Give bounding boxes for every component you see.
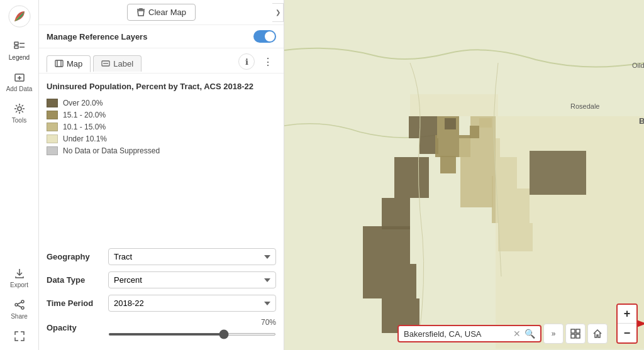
legend-item-1: 15.1 - 20.0% (47, 111, 276, 119)
tab-actions: ℹ ⋮ (238, 53, 276, 73)
tab-bar: Map Label ℹ ⋮ (39, 48, 284, 74)
svg-rect-32 (460, 157, 492, 176)
legend-item-2: 10.1 - 15.0% (47, 123, 276, 131)
tab-map[interactable]: Map (47, 55, 91, 72)
search-icon[interactable]: 🔍 (525, 329, 535, 339)
svg-rect-41 (479, 118, 492, 128)
svg-rect-48 (576, 329, 580, 333)
svg-point-8 (18, 107, 21, 111)
time-period-select[interactable]: 2018-22 2013-17 2008-12 (108, 295, 276, 312)
sidebar-item-legend-label: Legend (9, 54, 30, 61)
more-icon: ⋮ (263, 56, 273, 68)
map-bottom-bar: ✕ 🔍 » (397, 324, 608, 344)
opacity-slider[interactable] (108, 333, 276, 336)
svg-rect-50 (576, 334, 580, 338)
svg-rect-18 (409, 116, 437, 138)
svg-line-12 (18, 302, 21, 304)
tab-map-label: Map (67, 59, 82, 68)
grid-icon (570, 329, 580, 339)
svg-rect-23 (363, 264, 416, 298)
legend-title: Uninsured Population, Percent by Tract, … (47, 81, 276, 92)
svg-rect-42 (530, 151, 561, 195)
label-icon (101, 59, 110, 68)
svg-rect-1 (14, 42, 18, 45)
data-type-label: Data Type (47, 275, 103, 285)
svg-rect-38 (410, 94, 498, 116)
legend-color-4 (47, 146, 58, 155)
collapse-panel-button[interactable]: ❯ (272, 3, 284, 22)
sidebar-item-tools[interactable]: Tools (0, 97, 38, 129)
legend-label-4: No Data or Data Suppressed (63, 146, 160, 155)
map-area[interactable]: Oildale Rosedale Bakersfield KERN Lamont… (284, 0, 644, 350)
more-options-button[interactable]: ⋮ (260, 53, 276, 70)
opacity-control: Opacity 70% (47, 318, 276, 337)
home-icon (592, 329, 602, 339)
svg-rect-30 (459, 138, 478, 157)
search-box[interactable]: ✕ 🔍 (397, 325, 541, 342)
controls-section: Geography Tract County State ZIP Code Da… (39, 248, 284, 350)
legend-label-0: Over 20.0% (63, 99, 103, 107)
opacity-value: 70% (108, 318, 276, 327)
collapse-icon: ❯ (275, 9, 280, 16)
tab-label-label: Label (113, 59, 133, 68)
svg-rect-14 (55, 60, 63, 67)
sidebar-item-legend[interactable]: Legend (0, 35, 38, 66)
time-period-control: Time Period 2018-22 2013-17 2008-12 (47, 295, 276, 312)
sidebar-item-export[interactable]: Export (0, 262, 38, 293)
svg-rect-43 (561, 151, 586, 195)
sidebar-item-add-data[interactable]: Add Data (0, 66, 38, 97)
opacity-label: Opacity (47, 323, 103, 332)
legend-item-4: No Data or Data Suppressed (47, 146, 276, 155)
svg-point-10 (15, 304, 18, 306)
sidebar-item-share[interactable]: Share (0, 293, 38, 325)
svg-rect-22 (363, 226, 410, 264)
search-clear-button[interactable]: ✕ (513, 329, 521, 339)
sidebar-item-add-data-label: Add Data (6, 85, 33, 92)
legend-label-3: Under 10.1% (63, 134, 107, 143)
map-icon (55, 59, 64, 68)
top-bar: Clear Map ❯ (39, 0, 284, 25)
svg-rect-49 (571, 334, 575, 338)
svg-rect-21 (382, 198, 410, 229)
zoom-controls: + − (616, 304, 638, 344)
svg-rect-20 (394, 157, 429, 198)
svg-rect-39 (445, 118, 456, 129)
sidebar-item-share-label: Share (11, 313, 28, 320)
legend-color-2 (47, 123, 58, 131)
svg-point-9 (21, 300, 24, 303)
sidebar-item-fullscreen[interactable] (0, 325, 38, 347)
panel-header: Manage Reference Layers (39, 25, 284, 48)
legend-label-2: 10.1 - 15.0% (63, 123, 106, 131)
tab-label[interactable]: Label (93, 55, 142, 72)
zoom-out-button[interactable]: − (618, 324, 636, 342)
svg-point-11 (21, 307, 24, 309)
legend-color-3 (47, 134, 58, 143)
side-panel: Clear Map ❯ Manage Reference Layers Map … (39, 0, 284, 350)
forward-button[interactable]: » (543, 324, 564, 344)
clear-map-button[interactable]: Clear Map (127, 4, 196, 21)
svg-rect-3 (14, 46, 18, 48)
svg-rect-28 (440, 156, 456, 173)
geography-select[interactable]: Tract County State ZIP Code (108, 248, 276, 265)
legend-label-1: 15.1 - 20.0% (63, 111, 106, 119)
info-button[interactable]: ℹ (238, 53, 255, 70)
opacity-slider-container: 70% (108, 318, 276, 337)
reference-layers-toggle[interactable] (253, 30, 276, 43)
legend-item-0: Over 20.0% (47, 99, 276, 107)
info-icon: ℹ (245, 57, 248, 67)
search-input[interactable] (404, 329, 509, 339)
panel-header-title: Manage Reference Layers (47, 32, 147, 41)
data-type-select[interactable]: Percent Count (108, 271, 276, 288)
zoom-in-button[interactable]: + (618, 305, 636, 324)
grid-view-button[interactable] (565, 324, 586, 344)
sidebar-item-tools-label: Tools (12, 117, 26, 124)
legend-color-1 (47, 111, 58, 119)
home-button[interactable] (587, 324, 608, 344)
clear-icon (136, 8, 145, 17)
svg-rect-47 (571, 329, 575, 333)
legend-color-0 (47, 99, 58, 107)
legend-item-3: Under 10.1% (47, 134, 276, 143)
data-type-control: Data Type Percent Count (47, 271, 276, 288)
svg-rect-40 (470, 126, 479, 138)
time-period-label: Time Period (47, 298, 103, 308)
